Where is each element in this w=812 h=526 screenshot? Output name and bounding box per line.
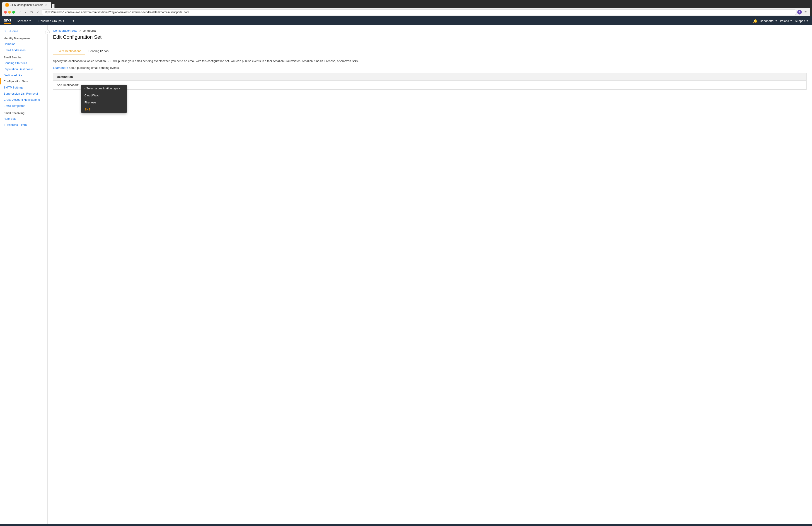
sidebar-item-sending-statistics[interactable]: Sending Statistics (0, 60, 47, 66)
aws-logo: aws (4, 18, 11, 24)
footer: 💬 Feedback 🌐 English (US) © 2008 - 2020,… (0, 524, 812, 526)
sidebar-item-smtp-settings[interactable]: SMTP Settings (0, 85, 47, 91)
dropdown-option-sns[interactable]: SNS (81, 106, 127, 113)
sidebar-section-identity: Identity Management (0, 34, 47, 41)
region-dropdown[interactable]: Ireland ▼ (780, 19, 792, 22)
account-dropdown[interactable]: sendportal ▼ (760, 19, 777, 22)
tab-close-button[interactable]: ✕ (45, 3, 48, 7)
refresh-button[interactable]: ↻ (29, 10, 34, 15)
notifications-bell-icon[interactable]: 🔔 (753, 19, 758, 23)
support-chevron-icon: ▼ (806, 20, 808, 22)
dropdown-option-cloudwatch[interactable]: CloudWatch (81, 92, 127, 99)
active-tab[interactable]: SES Management Console ✕ (2, 2, 51, 8)
tab-title: SES Management Console (11, 3, 43, 6)
tab-sending-ip-pool[interactable]: Sending IP pool (85, 47, 113, 55)
breadcrumb-config-sets-link[interactable]: Configuration Sets (53, 29, 77, 32)
event-destinations-description: Specify the destination to which Amazon … (53, 59, 807, 63)
sidebar-item-ses-home[interactable]: SES Home (0, 28, 47, 34)
new-tab-button[interactable]: + (52, 4, 55, 8)
sidebar-item-cross-account[interactable]: Cross-Account Notifications (0, 97, 47, 103)
dropdown-option-placeholder[interactable]: <Select a destination type> (81, 85, 127, 92)
url-bar[interactable] (42, 10, 796, 15)
breadcrumb: Configuration Sets > sendportal (53, 29, 807, 32)
nav-bookmarks[interactable]: ★ (70, 18, 76, 24)
sidebar: ‹ SES Home Identity Management Domains E… (0, 25, 47, 524)
add-destination-row: Add Destination <Select a destination ty… (53, 80, 806, 89)
dropdown-option-firehose[interactable]: Firehose (81, 99, 127, 106)
close-button[interactable] (4, 11, 7, 14)
sidebar-section-email-sending: Email Sending (0, 53, 47, 60)
breadcrumb-current: sendportal (83, 29, 97, 32)
region-chevron-icon: ▼ (790, 20, 792, 22)
tab-favicon (5, 3, 9, 6)
sidebar-item-email-addresses[interactable]: Email Addresses (0, 47, 47, 53)
sidebar-item-suppression-list[interactable]: Suppression List Removal (0, 91, 47, 97)
browser-menu-button[interactable]: ≡ (803, 10, 808, 15)
sidebar-item-dedicated-ips[interactable]: Dedicated IPs (0, 72, 47, 78)
forward-button[interactable]: › (23, 10, 27, 15)
breadcrumb-separator: > (79, 29, 81, 32)
extension-icon[interactable]: P (797, 10, 802, 14)
destination-section-header: Destination (53, 73, 806, 80)
sidebar-toggle-button[interactable]: ‹ (45, 30, 49, 34)
destination-dropdown-menu[interactable]: <Select a destination type> CloudWatch F… (81, 85, 127, 113)
back-button[interactable]: ‹ (18, 10, 22, 15)
tabs-bar: Event Destinations Sending IP pool (53, 47, 807, 55)
nav-services[interactable]: Services ▼ (15, 18, 33, 24)
aws-header: aws Services ▼ Resource Groups ▼ ★ 🔔 sen… (0, 16, 812, 25)
sidebar-section-email-receiving: Email Receiving (0, 109, 47, 116)
sidebar-item-domains[interactable]: Domains (0, 41, 47, 47)
browser-chrome: SES Management Console ✕ + ‹ › ↻ ⌂ P ≡ (0, 0, 812, 16)
sidebar-item-reputation-dashboard[interactable]: Reputation Dashboard (0, 66, 47, 72)
header-right: 🔔 sendportal ▼ Ireland ▼ Support ▼ (753, 19, 808, 23)
main-layout: ‹ SES Home Identity Management Domains E… (0, 25, 812, 524)
page-title: Edit Configuration Set (53, 34, 807, 43)
destination-section: Destination Add Destination <Select a de… (53, 73, 807, 90)
learn-more-link[interactable]: Learn more (53, 66, 68, 70)
resource-groups-chevron-icon: ▼ (62, 20, 65, 22)
home-button[interactable]: ⌂ (36, 10, 41, 15)
maximize-button[interactable] (12, 11, 15, 14)
main-content: Configuration Sets > sendportal Edit Con… (47, 25, 812, 524)
aws-logo-underline (4, 23, 11, 24)
tab-event-destinations[interactable]: Event Destinations (53, 47, 85, 55)
learn-more-row: Learn more about publishing email sendin… (53, 66, 807, 70)
minimize-button[interactable] (8, 11, 11, 14)
aws-logo-container: aws (4, 18, 11, 24)
services-chevron-icon: ▼ (29, 20, 31, 22)
browser-controls: ‹ › ↻ ⌂ P ≡ (2, 8, 810, 16)
aws-logo-text: aws (4, 18, 11, 22)
traffic-lights (4, 11, 15, 14)
support-dropdown[interactable]: Support ▼ (795, 19, 808, 22)
account-chevron-icon: ▼ (775, 20, 777, 22)
sidebar-item-email-templates[interactable]: Email Templates (0, 103, 47, 109)
nav-resource-groups[interactable]: Resource Groups ▼ (37, 18, 67, 24)
add-destination-label: Add Destination (57, 83, 78, 87)
sidebar-item-configuration-sets[interactable]: Configuration Sets (0, 78, 47, 85)
sidebar-item-rule-sets[interactable]: Rule Sets (0, 116, 47, 122)
tab-bar: SES Management Console ✕ + (2, 2, 810, 8)
sidebar-item-ip-address-filters[interactable]: IP Address Filters (0, 122, 47, 128)
